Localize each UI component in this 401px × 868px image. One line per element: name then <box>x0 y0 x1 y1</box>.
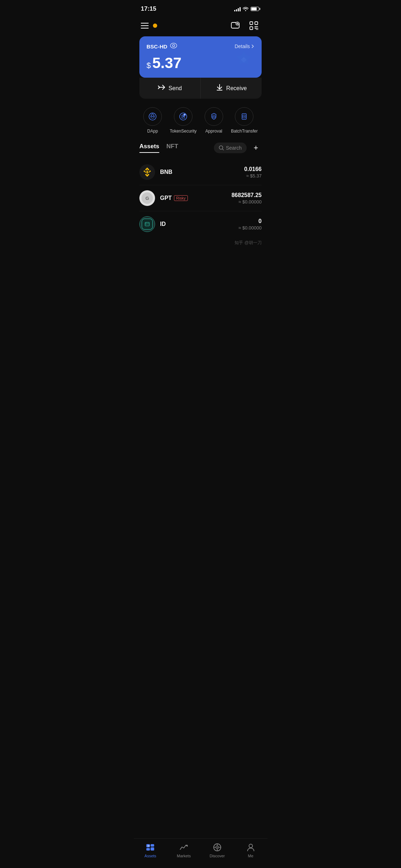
batch-transfer-icon-container <box>235 107 253 126</box>
receive-icon <box>216 83 223 93</box>
assets-tabs: Assets NFT Search + <box>134 139 267 154</box>
status-icons <box>234 6 260 11</box>
status-time: 17:15 <box>141 5 156 12</box>
gpt-amount: 8682587.25 <box>231 192 262 198</box>
approval-label: Approval <box>205 129 222 134</box>
svg-point-12 <box>170 43 177 48</box>
battery-icon <box>251 7 260 11</box>
menu-button[interactable] <box>141 23 149 29</box>
id-name: ID <box>160 221 166 227</box>
bnb-asset-info: BNB <box>160 169 244 175</box>
add-token-button[interactable]: + <box>250 142 262 154</box>
svg-rect-37 <box>142 218 153 230</box>
svg-rect-7 <box>250 27 253 30</box>
status-bar: 17:15 <box>134 0 267 16</box>
bnb-values: 0.0166 ≈ $5.37 <box>244 166 262 179</box>
header-left <box>141 23 157 29</box>
token-security-label: TokenSecurity <box>170 129 196 134</box>
token-security-button[interactable]: TokenSecurity <box>170 107 196 134</box>
gpt-asset-info: GPT Risky <box>160 195 231 201</box>
gpt-token-icon: G <box>139 190 155 206</box>
asset-item-id[interactable]: ID 0 ≈ $0.00000 <box>139 211 262 237</box>
risky-badge: Risky <box>174 195 188 201</box>
wallet-card-header: BSC-HD Details <box>146 43 255 50</box>
dapp-button[interactable]: DApp <box>143 107 162 134</box>
svg-rect-5 <box>250 22 253 25</box>
wallet-name-row: BSC-HD <box>146 43 177 50</box>
svg-line-33 <box>222 149 223 150</box>
asset-item-gpt[interactable]: G GPT Risky 8682587.25 ≈ $0.00000 <box>139 185 262 211</box>
receive-label: Receive <box>226 85 247 92</box>
svg-point-13 <box>173 45 175 47</box>
bnb-watermark <box>233 49 255 72</box>
watermark: 知乎 @胡一刀 <box>134 237 267 274</box>
id-amount: 0 <box>238 218 262 224</box>
bnb-amount: 0.0166 <box>244 166 262 172</box>
balance-dollar-sign: $ <box>146 61 151 70</box>
send-label: Send <box>169 85 182 92</box>
batch-transfer-label: BatchTransfer <box>231 129 258 134</box>
notification-dot <box>153 24 157 28</box>
search-button[interactable]: Search <box>214 143 247 153</box>
search-label: Search <box>226 145 242 151</box>
id-values: 0 ≈ $0.00000 <box>238 218 262 231</box>
scan-button[interactable] <box>247 19 260 32</box>
quick-actions: DApp TokenSecurity <box>134 99 267 139</box>
action-bar: Send Receive <box>139 78 262 99</box>
visibility-icon[interactable] <box>170 43 177 50</box>
send-button[interactable]: Send <box>139 78 201 99</box>
add-wallet-button[interactable] <box>229 19 242 32</box>
wifi-icon <box>243 7 248 11</box>
balance-amount: 5.37 <box>152 56 181 71</box>
header <box>134 16 267 36</box>
wallet-card: BSC-HD Details $ 5.37 <box>139 36 262 78</box>
svg-text:G: G <box>145 196 149 201</box>
details-link[interactable]: Details <box>235 43 255 49</box>
approval-icon-container <box>205 107 223 126</box>
asset-item-bnb[interactable]: BNB 0.0166 ≈ $5.37 <box>139 159 262 185</box>
search-icon <box>219 145 224 150</box>
tab-nft[interactable]: NFT <box>166 143 178 153</box>
bnb-token-icon <box>139 164 155 180</box>
dapp-label: DApp <box>147 129 158 134</box>
id-asset-info: ID <box>160 221 238 227</box>
wallet-name: BSC-HD <box>146 43 167 50</box>
svg-rect-6 <box>255 22 258 25</box>
dapp-icon-container <box>143 107 162 126</box>
id-usd: ≈ $0.00000 <box>238 225 262 231</box>
receive-button[interactable]: Receive <box>201 78 262 99</box>
gpt-usd: ≈ $0.00000 <box>231 199 262 205</box>
batch-transfer-button[interactable]: BatchTransfer <box>231 107 258 134</box>
bnb-usd: ≈ $5.37 <box>244 173 262 179</box>
tab-assets[interactable]: Assets <box>139 143 159 153</box>
signal-icon <box>234 6 241 11</box>
tab-actions: Search + <box>214 142 262 154</box>
gpt-name: GPT <box>160 195 172 201</box>
approval-button[interactable]: Approval <box>205 107 223 134</box>
bnb-name: BNB <box>160 169 173 175</box>
svg-point-27 <box>213 116 214 117</box>
header-right <box>229 19 260 32</box>
token-security-icon-container <box>174 107 192 126</box>
send-icon <box>158 84 166 92</box>
id-token-icon <box>139 216 155 232</box>
assets-list: BNB 0.0166 ≈ $5.37 G GPT Risky 8682587.2… <box>134 154 267 237</box>
gpt-values: 8682587.25 ≈ $0.00000 <box>231 192 262 205</box>
